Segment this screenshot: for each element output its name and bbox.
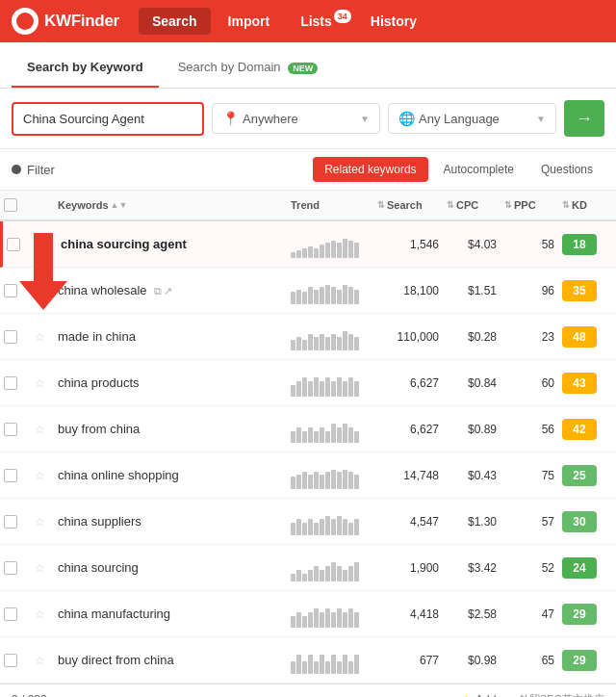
table-row: ☆ china wholesale ⧉↗ 18,100 $1.51 96 35 xyxy=(0,268,616,314)
star-icon[interactable]: ☆ xyxy=(35,469,45,482)
trend-bar xyxy=(354,431,359,443)
keyword-cell: china manufacturing xyxy=(58,607,291,621)
trend-bar xyxy=(348,241,353,258)
tab-related[interactable]: Related keywords xyxy=(313,157,427,182)
trend-bar xyxy=(296,570,301,581)
row-checkbox[interactable] xyxy=(4,654,35,667)
tab-keyword[interactable]: Search by Keyword xyxy=(12,48,159,88)
trend-bar xyxy=(343,612,347,628)
trend-bar xyxy=(337,566,342,581)
trend-bar xyxy=(302,472,307,489)
row-checkbox[interactable] xyxy=(4,284,35,297)
th-cpc[interactable]: ⇅ CPC xyxy=(447,199,504,211)
row-checkbox[interactable] xyxy=(4,423,35,436)
row-star[interactable]: ☆ xyxy=(38,237,61,251)
results-table: Keywords ▲▼ Trend ⇅ Search ⇅ CPC ⇅ PPC ⇅… xyxy=(0,191,616,684)
row-star[interactable]: ☆ xyxy=(35,560,58,575)
trend-bar xyxy=(308,475,313,489)
trend-bar xyxy=(302,523,307,535)
trend-bar xyxy=(325,472,330,489)
th-kd[interactable]: ⇅ KD xyxy=(562,199,612,211)
trend-bar xyxy=(331,612,336,628)
trend-bar xyxy=(308,381,313,397)
row-star[interactable]: ☆ xyxy=(35,422,58,436)
star-icon[interactable]: ☆ xyxy=(35,654,45,667)
row-checkbox[interactable] xyxy=(4,330,35,344)
trend-bar xyxy=(320,612,324,628)
star-icon[interactable]: ☆ xyxy=(35,284,45,297)
star-icon[interactable]: ☆ xyxy=(35,376,45,390)
table-row: ☆ buy direct from china 677 $0.98 65 29 xyxy=(0,637,616,684)
search-row: 📍 Anywhere ▼ 🌐 Any Language ▼ → xyxy=(0,89,616,149)
trend-bar xyxy=(331,424,336,443)
row-checkbox[interactable] xyxy=(7,238,38,251)
add-button[interactable]: ★ Add ... 外贸SEO英文推广 xyxy=(461,692,604,697)
keyword-cell: china sourcing xyxy=(58,560,291,575)
row-star[interactable]: ☆ xyxy=(35,607,58,621)
row-star[interactable]: ☆ xyxy=(35,468,58,482)
th-trend: Trend xyxy=(291,199,377,211)
cpc-value: $1.30 xyxy=(447,515,504,529)
cpc-value: $0.28 xyxy=(447,330,504,344)
trend-bar xyxy=(320,519,324,535)
tab-questions[interactable]: Questions xyxy=(529,157,604,182)
keyword-input-wrapper[interactable] xyxy=(12,102,204,136)
trend-bar xyxy=(308,519,313,535)
trend-cell xyxy=(291,555,377,581)
th-ppc[interactable]: ⇅ PPC xyxy=(504,199,562,211)
row-checkbox[interactable] xyxy=(4,515,35,529)
row-checkbox[interactable] xyxy=(4,607,35,621)
search-value: 1,546 xyxy=(377,238,447,251)
search-sort-icon: ⇅ xyxy=(377,200,385,210)
kd-cell: 42 xyxy=(562,419,612,440)
filter-row: Filter Related keywords Autocomplete Que… xyxy=(0,149,616,191)
star-icon[interactable]: ☆ xyxy=(35,423,45,436)
trend-cell xyxy=(291,323,377,350)
row-star[interactable]: ☆ xyxy=(35,514,58,529)
star-icon[interactable]: ☆ xyxy=(38,238,48,251)
star-icon[interactable]: ☆ xyxy=(35,561,45,575)
nav-search[interactable]: Search xyxy=(139,8,211,35)
trend-bar xyxy=(308,655,313,674)
keyword-input[interactable] xyxy=(23,112,192,126)
search-button[interactable]: → xyxy=(564,100,604,137)
row-checkbox[interactable] xyxy=(4,561,35,575)
trend-bar xyxy=(343,239,347,258)
table-row: ☆ made in china 110,000 $0.28 23 48 xyxy=(0,314,616,360)
star-icon[interactable]: ☆ xyxy=(35,515,45,529)
ppc-value: 58 xyxy=(504,238,562,251)
trend-bar xyxy=(296,427,301,443)
kd-badge: 42 xyxy=(562,419,597,440)
nav-lists[interactable]: Lists 34 xyxy=(287,8,353,35)
share-icon[interactable]: ↗ xyxy=(164,285,172,297)
tab-autocomplete[interactable]: Autocomplete xyxy=(432,157,526,182)
th-keywords[interactable]: Keywords ▲▼ xyxy=(58,199,291,211)
trend-bar xyxy=(291,477,295,489)
filter-button[interactable]: Filter xyxy=(12,163,55,177)
row-checkbox[interactable] xyxy=(4,376,35,390)
kd-sort-icon: ⇅ xyxy=(562,200,570,210)
trend-bar xyxy=(354,475,359,489)
trend-bar xyxy=(314,566,319,581)
copy-icon[interactable]: ⧉ xyxy=(154,285,162,297)
star-icon[interactable]: ☆ xyxy=(35,607,45,621)
table-row: ☆ china manufacturing 4,418 $2.58 47 29 xyxy=(0,591,616,637)
select-all-checkbox[interactable] xyxy=(4,198,17,212)
row-star[interactable]: ☆ xyxy=(35,329,58,344)
th-search[interactable]: ⇅ Search xyxy=(377,199,447,211)
row-star[interactable]: ☆ xyxy=(35,653,58,667)
tab-domain[interactable]: Search by Domain NEW xyxy=(163,48,334,88)
row-star[interactable]: ☆ xyxy=(35,375,58,390)
language-select[interactable]: 🌐 Any Language ▼ xyxy=(388,103,556,134)
trend-bar xyxy=(343,381,347,397)
row-checkbox[interactable] xyxy=(4,469,35,482)
star-icon[interactable]: ☆ xyxy=(35,330,45,344)
nav-history[interactable]: History xyxy=(357,8,430,35)
location-select[interactable]: 📍 Anywhere ▼ xyxy=(212,103,380,134)
trend-bar xyxy=(320,334,324,350)
trend-bar xyxy=(320,427,324,443)
trend-cell xyxy=(291,277,377,304)
nav-import[interactable]: Import xyxy=(215,8,284,35)
trend-bar xyxy=(302,661,307,674)
row-star[interactable]: ☆ xyxy=(35,283,58,297)
